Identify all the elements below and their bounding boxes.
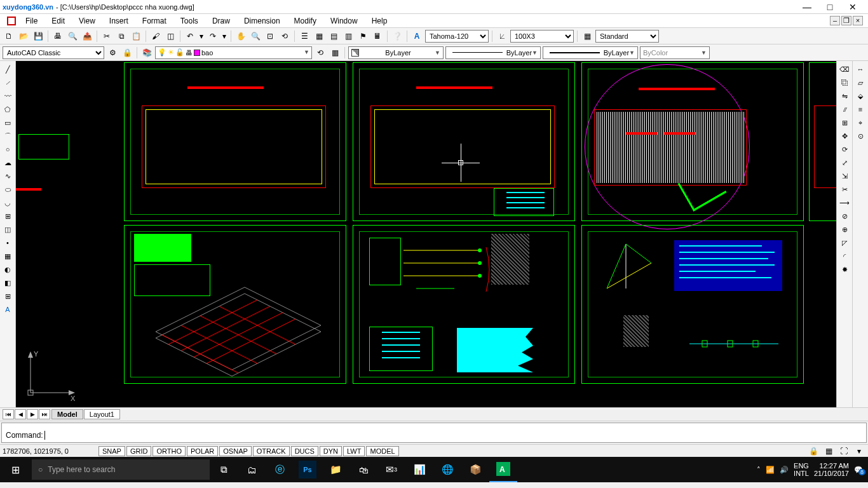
quickcalc-icon[interactable]: 🖩 [371,30,384,43]
app1-icon[interactable]: 📊 [405,457,433,482]
mirror-icon[interactable]: ⇋ [838,90,851,102]
rectangle-icon[interactable]: ▭ [1,117,14,128]
match-props-icon[interactable]: 🖌 [149,30,162,43]
status-grid-icon[interactable]: ▦ [822,445,835,458]
markup-icon[interactable]: ⚑ [356,30,369,43]
menu-view[interactable]: View [72,15,102,27]
redo-icon[interactable]: ↷ [207,30,219,43]
status-chevron-icon[interactable]: ▾ [853,445,865,458]
polygon-icon[interactable]: ⬠ [1,104,14,115]
minimize-button[interactable]: — [799,2,815,12]
status-max-icon[interactable]: ⛶ [837,445,850,458]
tab-next-icon[interactable]: ▶ [27,409,38,419]
scale-icon[interactable]: ⤢ [838,157,851,168]
ellipse-icon[interactable]: ⬭ [1,184,14,195]
chrome-folder-icon[interactable]: 📁 [322,457,349,482]
plot-icon[interactable]: 🖶 [51,30,64,43]
tab-model[interactable]: Model [51,409,83,419]
tab-first-icon[interactable]: ⏮ [3,409,14,419]
mdi-minimize[interactable]: – [830,16,840,25]
arc-icon[interactable]: ⌒ [1,130,14,142]
coords-display[interactable]: 1782706, 1021975, 0 [3,447,98,455]
hatch-icon[interactable]: ▦ [1,250,14,262]
region-mass-icon[interactable]: ⬙ [854,90,867,102]
point-icon[interactable]: • [1,237,14,248]
menu-tools[interactable]: Tools [174,15,205,27]
stretch-icon[interactable]: ⇲ [838,170,851,182]
photoshop-icon[interactable]: Ps [299,461,316,478]
workspace-lock-icon[interactable]: 🔒 [121,46,133,59]
menu-file[interactable]: File [19,15,44,27]
tab-prev-icon[interactable]: ◀ [15,409,26,419]
extend-icon[interactable]: ⟶ [838,197,851,208]
tab-last-icon[interactable]: ⏭ [39,409,50,419]
ellipse-arc-icon[interactable]: ◡ [1,197,14,208]
copy-icon[interactable]: ⧉ [115,30,128,43]
open-icon[interactable]: 📂 [17,30,30,43]
redo-drop-icon[interactable]: ▾ [221,30,227,43]
block-editor-icon[interactable]: ◫ [164,30,177,43]
pline-icon[interactable]: 〰 [1,90,14,102]
xline-icon[interactable]: ⟋ [1,77,14,88]
table-style-combo[interactable]: Standard [595,30,659,43]
id-icon[interactable]: ⌖ [854,117,867,128]
cut-icon[interactable]: ✂ [100,30,113,43]
menu-window[interactable]: Window [324,15,364,27]
edge-icon[interactable]: ⓔ [266,457,294,482]
paste-icon[interactable]: 📋 [130,30,142,43]
text-style-combo[interactable]: Tahoma-120 [425,30,489,43]
tool-palette-icon[interactable]: ▤ [327,30,340,43]
layer-states-icon[interactable]: ▦ [329,46,341,59]
store-icon[interactable]: 🛍 [349,457,377,482]
menu-draw[interactable]: Draw [206,15,236,27]
start-button[interactable]: ⊞ [0,457,31,482]
layer-manager-icon[interactable]: 📚 [140,46,153,59]
erase-icon[interactable]: ⌫ [838,64,851,75]
grid-toggle[interactable]: GRID [126,446,152,456]
chamfer-icon[interactable]: ◸ [838,237,851,248]
spline-icon[interactable]: ∿ [1,170,14,182]
lineweight-combo[interactable]: ByLayer▼ [543,46,638,59]
lwt-toggle[interactable]: LWT [343,446,365,456]
table-style-icon[interactable]: ▦ [581,30,593,43]
gradient-icon[interactable]: ◐ [1,264,14,275]
menu-dimension[interactable]: Dimension [238,15,287,27]
explode-icon[interactable]: ✸ [838,264,851,275]
tray-lang[interactable]: ENG [794,462,809,470]
otrack-toggle[interactable]: OTRACK [253,446,290,456]
move-icon[interactable]: ✥ [838,130,851,142]
drawing-canvas[interactable]: YX [16,61,836,407]
mtext-icon[interactable]: A [1,304,14,315]
undo-icon[interactable]: ↶ [184,30,196,43]
text-style-icon[interactable]: A [410,30,423,43]
menu-format[interactable]: Format [136,15,173,27]
plotstyle-combo[interactable]: ByColor▼ [640,46,710,59]
tray-volume-icon[interactable]: 🔊 [780,466,789,474]
insert-block-icon[interactable]: ⊞ [1,210,14,222]
dist-icon[interactable]: ↔ [854,64,867,75]
chrome-icon[interactable]: 🌐 [433,457,461,482]
trim-icon[interactable]: ✂ [838,184,851,195]
polar-toggle[interactable]: POLAR [187,446,218,456]
maximize-button[interactable]: □ [822,2,837,12]
ducs-toggle[interactable]: DUCS [291,446,318,456]
workspace-combo[interactable]: AutoCAD Classic [3,46,104,59]
tray-kbd[interactable]: INTL [794,470,809,477]
layer-previous-icon[interactable]: ⟲ [314,46,327,59]
tab-layout1[interactable]: Layout1 [84,409,120,419]
snap-toggle[interactable]: SNAP [98,446,125,456]
tray-chevron-icon[interactable]: ˄ [757,466,761,474]
task-view-icon[interactable]: ⧉ [210,457,238,482]
tray-clock[interactable]: 12:27 AM 21/10/2017 [814,462,849,477]
list-icon[interactable]: ≡ [854,104,867,115]
workspace-settings-icon[interactable]: ⚙ [106,46,119,59]
revcloud-icon[interactable]: ☁ [1,157,14,168]
menu-modify[interactable]: Modify [288,15,323,27]
osnap-toggle[interactable]: OSNAP [219,446,252,456]
dim-style-combo[interactable]: 100X3 [510,30,574,43]
join-icon[interactable]: ⊕ [838,224,851,235]
help-icon[interactable]: ❔ [391,30,403,43]
file-explorer-icon[interactable]: 🗂 [238,457,266,482]
line-icon[interactable]: ╱ [1,64,14,75]
taskbar-search[interactable]: ○ Type here to search [32,459,210,480]
